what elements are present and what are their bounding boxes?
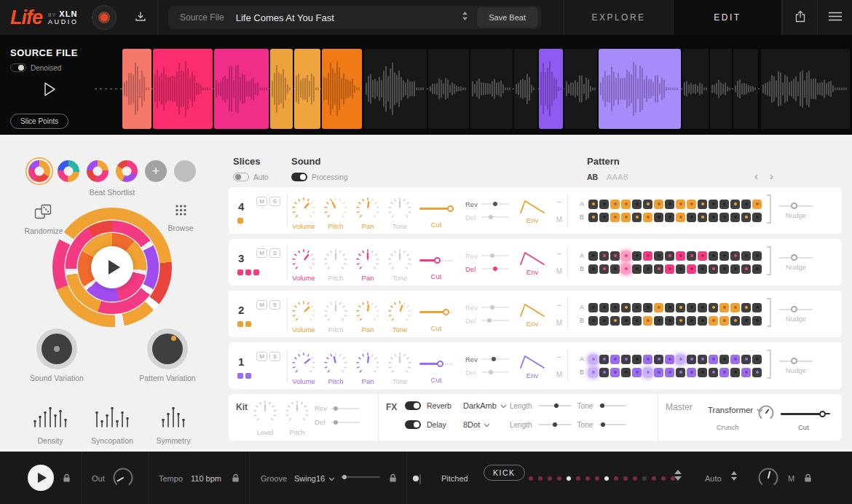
step-dot[interactable] xyxy=(548,476,552,481)
pattern-step[interactable] xyxy=(610,213,620,222)
step-dot[interactable] xyxy=(595,476,599,481)
pan-knob[interactable]: Pan xyxy=(352,353,384,385)
pattern-step[interactable] xyxy=(741,303,751,312)
pattern-step[interactable] xyxy=(665,264,674,274)
rev-send[interactable]: Rev xyxy=(465,200,513,208)
waveform-slice[interactable] xyxy=(322,49,362,129)
waveform-slice[interactable] xyxy=(122,49,151,129)
step-dot[interactable] xyxy=(576,476,580,481)
slider[interactable] xyxy=(781,410,830,417)
pattern-step[interactable] xyxy=(676,264,685,274)
pattern-step[interactable] xyxy=(687,368,696,377)
nudge-control[interactable]: Nudge xyxy=(775,306,817,323)
volume-knob[interactable]: Volume xyxy=(288,249,320,282)
pattern-step[interactable] xyxy=(599,368,609,377)
pattern-step[interactable] xyxy=(632,368,642,377)
pattern-step[interactable] xyxy=(719,303,729,312)
pitch-knob[interactable]: Pitch xyxy=(320,301,352,334)
pattern-step[interactable] xyxy=(643,200,652,209)
groove-lock[interactable] xyxy=(389,473,397,484)
pattern-step[interactable] xyxy=(676,213,685,222)
master-lock[interactable] xyxy=(804,473,812,484)
waveform-slice[interactable] xyxy=(270,49,293,129)
transport-play-button[interactable] xyxy=(28,465,54,491)
pattern-step[interactable] xyxy=(588,200,598,209)
pattern-step[interactable] xyxy=(687,316,696,326)
pattern-step[interactable] xyxy=(588,251,598,261)
del-send[interactable]: Del xyxy=(465,213,513,221)
pattern-step[interactable] xyxy=(687,251,696,261)
nudge-slider[interactable] xyxy=(779,202,813,210)
pattern-step[interactable] xyxy=(621,200,631,209)
pattern-next-button[interactable]: › xyxy=(770,170,773,182)
pattern-step[interactable] xyxy=(654,251,663,261)
pattern-step[interactable] xyxy=(665,213,674,222)
pattern-step[interactable] xyxy=(599,251,609,261)
pattern-step[interactable] xyxy=(665,316,674,326)
pattern-step[interactable] xyxy=(632,200,642,209)
pattern-step[interactable] xyxy=(599,355,609,364)
pattern-step[interactable] xyxy=(621,355,631,364)
tone-knob[interactable]: Tone xyxy=(384,197,416,230)
beat-shortlist-item[interactable] xyxy=(116,160,138,182)
wheel-play-button[interactable] xyxy=(91,246,133,288)
del-send-slider[interactable] xyxy=(481,369,509,376)
pattern-variation-knob[interactable] xyxy=(147,328,188,369)
out-knob[interactable] xyxy=(112,467,134,490)
pattern-step[interactable] xyxy=(719,264,729,274)
groove-dropdown[interactable]: Swing16 xyxy=(294,474,335,483)
reverb-length-slider[interactable] xyxy=(538,402,572,409)
pitch-knob[interactable]: Pitch xyxy=(320,353,352,385)
pattern-step[interactable] xyxy=(643,316,652,326)
pattern-step[interactable] xyxy=(730,251,740,261)
pattern-step[interactable] xyxy=(741,264,751,274)
pitched-toggle[interactable] xyxy=(419,475,421,484)
pattern-step[interactable] xyxy=(621,303,631,312)
pattern-step[interactable] xyxy=(599,264,609,274)
export-button[interactable] xyxy=(782,0,817,35)
del-send-slider[interactable] xyxy=(481,317,509,324)
pattern-step[interactable] xyxy=(709,264,718,274)
pattern-step[interactable] xyxy=(610,264,620,274)
pattern-step[interactable] xyxy=(741,251,751,261)
pattern-step[interactable] xyxy=(610,355,620,364)
pattern-step[interactable] xyxy=(588,264,598,274)
pattern-step[interactable] xyxy=(741,368,751,377)
pattern-step[interactable] xyxy=(741,316,751,326)
channel-selector[interactable]: KICK xyxy=(484,465,525,481)
beat-wheel[interactable] xyxy=(52,208,172,327)
pattern-step[interactable] xyxy=(752,213,762,222)
pattern-step[interactable] xyxy=(643,264,652,274)
pattern-step[interactable] xyxy=(730,213,740,222)
pattern-step[interactable] xyxy=(621,316,631,326)
step-dot[interactable] xyxy=(633,476,637,481)
cut-slider-control[interactable] xyxy=(419,361,453,368)
symmetry-control[interactable]: Symmetry xyxy=(147,406,200,445)
step-dot[interactable] xyxy=(557,476,561,481)
beat-shortlist-item[interactable] xyxy=(28,160,50,182)
reverb-tone-slider[interactable] xyxy=(599,402,626,409)
beat-shortlist-item[interactable] xyxy=(87,160,109,182)
kit-del-send[interactable]: Del xyxy=(315,418,360,426)
play-lock[interactable] xyxy=(63,473,71,484)
waveform-segment[interactable] xyxy=(514,49,537,129)
pattern-step[interactable] xyxy=(687,200,696,209)
pattern-step[interactable] xyxy=(719,368,729,377)
pattern-step[interactable] xyxy=(698,368,707,377)
kit-level-knob[interactable]: Level xyxy=(253,401,277,436)
pattern-step[interactable] xyxy=(588,316,598,326)
pattern-step[interactable] xyxy=(709,316,718,326)
pattern-step[interactable] xyxy=(654,316,663,326)
pattern-step[interactable] xyxy=(709,355,718,364)
pattern-step[interactable] xyxy=(632,303,642,312)
step-dot[interactable] xyxy=(652,476,656,481)
transformer-dropdown[interactable]: Transformer xyxy=(708,406,763,414)
env-control[interactable]: Env xyxy=(513,353,551,379)
pattern-step[interactable] xyxy=(610,368,620,377)
pattern-step[interactable] xyxy=(719,200,729,209)
pattern-step[interactable] xyxy=(741,355,751,364)
source-file-dropdown[interactable]: Source File Life Comes At You Fast Save … xyxy=(168,6,541,29)
cut-slider-control[interactable] xyxy=(419,205,453,213)
pattern-step[interactable] xyxy=(665,200,674,209)
pattern-step[interactable] xyxy=(752,316,762,326)
